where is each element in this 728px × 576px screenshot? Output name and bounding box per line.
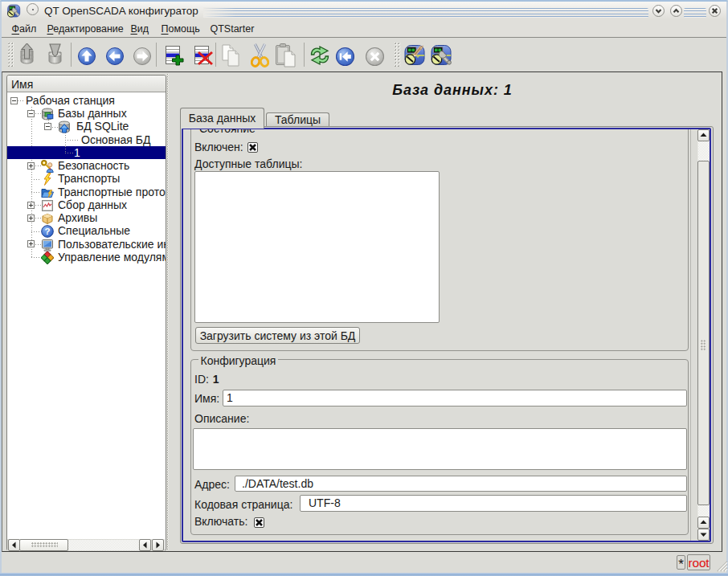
- svg-text:?: ?: [44, 227, 50, 236]
